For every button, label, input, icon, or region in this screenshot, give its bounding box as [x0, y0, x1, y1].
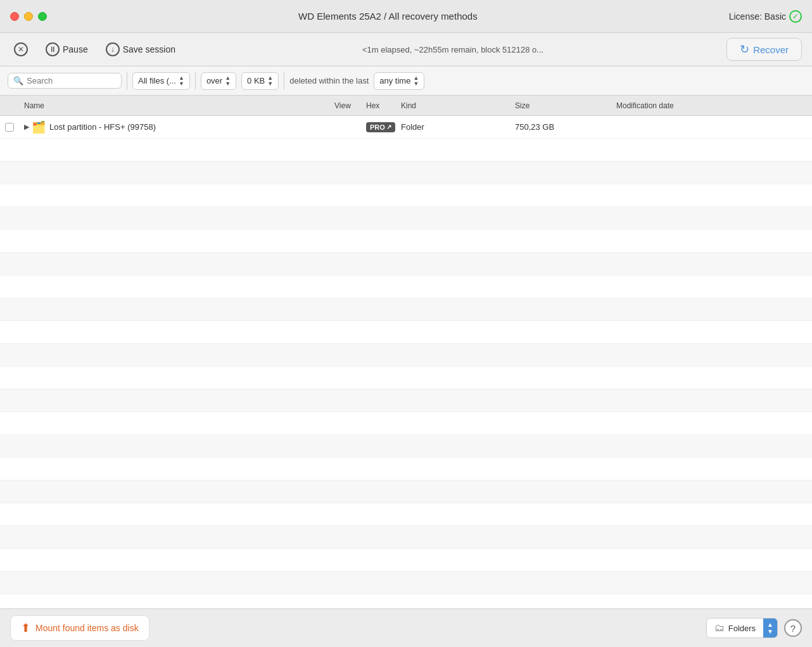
empty-row: [0, 412, 812, 435]
help-icon: ?: [790, 623, 796, 634]
recover-icon: ↻: [740, 42, 749, 56]
all-files-filter[interactable]: All files (... ▲▼: [132, 72, 190, 90]
all-files-chevron-icon: ▲▼: [179, 75, 184, 87]
folders-folder-icon: 🗂: [714, 622, 725, 634]
window-controls: [10, 12, 47, 21]
row-hex-cell[interactable]: PRO: [361, 120, 396, 135]
license-check-icon: ✓: [789, 10, 802, 23]
row-date-cell: [611, 125, 812, 130]
recover-button[interactable]: ↻ Recover: [726, 38, 802, 61]
empty-row: [0, 572, 812, 594]
empty-row: [0, 344, 812, 367]
empty-row: [0, 184, 812, 207]
folders-selector[interactable]: 🗂 Folders ▲ ▼: [706, 618, 778, 638]
row-size-cell: 750,23 GB: [510, 120, 611, 134]
size-value: 0 KB: [247, 76, 265, 85]
empty-row: [0, 503, 812, 526]
empty-row: [0, 549, 812, 572]
pause-button[interactable]: ⏸ Pause: [42, 40, 92, 59]
mount-icon: ⬆: [21, 621, 30, 635]
col-size: Size: [510, 98, 611, 113]
time-filter[interactable]: any time ▲▼: [374, 72, 424, 90]
folder-icon: 🗂️: [32, 120, 46, 134]
bottom-right: 🗂 Folders ▲ ▼ ?: [706, 618, 802, 638]
empty-row: [0, 275, 812, 298]
empty-row: [0, 298, 812, 321]
all-files-label: All files (...: [138, 76, 176, 85]
search-input[interactable]: [27, 76, 116, 85]
row-checkbox[interactable]: [5, 123, 14, 132]
filter-bar: 🔍 All files (... ▲▼ over ▲▼ 0 KB ▲▼ dele…: [0, 66, 812, 96]
empty-row: [0, 207, 812, 230]
empty-rows: [0, 139, 812, 594]
folders-label: Folders: [728, 624, 756, 633]
license-badge: License: Basic ✓: [729, 10, 802, 23]
divider-3: [284, 72, 284, 90]
window-title: WD Elements 25A2 / All recovery methods: [47, 11, 729, 22]
folders-arrows-icon[interactable]: ▲ ▼: [763, 619, 777, 638]
status-text: <1m elapsed, ~22h55m remain, block 51212…: [189, 45, 716, 54]
size-chevron-icon: ▲▼: [267, 75, 273, 87]
deleted-label: deleted within the last: [289, 76, 369, 85]
title-bar: WD Elements 25A2 / All recovery methods …: [0, 0, 812, 33]
col-view: View: [329, 98, 361, 113]
recover-label: Recover: [753, 44, 789, 55]
row-name-cell: ▶ 🗂️ Lost partition - HFS+ (99758): [19, 118, 329, 137]
empty-row: [0, 321, 812, 344]
time-chevron-icon: ▲▼: [413, 75, 419, 87]
pause-label: Pause: [63, 44, 88, 54]
divider-2: [195, 72, 196, 90]
pro-badge[interactable]: PRO: [366, 122, 395, 132]
over-filter[interactable]: over ▲▼: [201, 72, 236, 90]
col-kind: Kind: [396, 98, 510, 113]
empty-row: [0, 253, 812, 275]
help-button[interactable]: ?: [784, 619, 802, 637]
any-time-label: any time: [379, 76, 410, 85]
over-chevron-icon: ▲▼: [225, 75, 231, 87]
row-name: Lost partition - HFS+ (99758): [49, 122, 156, 132]
table-body: ▶ 🗂️ Lost partition - HFS+ (99758) PRO F…: [0, 116, 812, 608]
cancel-button[interactable]: ✕: [10, 40, 32, 59]
search-box[interactable]: 🔍: [8, 73, 122, 89]
pause-icon: ⏸: [46, 42, 60, 56]
cancel-icon: ✕: [14, 42, 28, 56]
col-name: Name: [19, 98, 329, 113]
maximize-button[interactable]: [38, 12, 47, 21]
empty-row: [0, 230, 812, 253]
license-label: License: Basic: [729, 11, 786, 22]
row-checkbox-cell[interactable]: [0, 120, 19, 134]
search-icon: 🔍: [13, 76, 23, 85]
save-icon: ↓: [106, 42, 120, 56]
empty-row: [0, 139, 812, 161]
empty-row: [0, 435, 812, 458]
save-label: Save session: [123, 44, 175, 54]
over-label: over: [206, 76, 222, 85]
mount-label: Mount found items as disk: [35, 623, 139, 633]
toolbar: ✕ ⏸ Pause ↓ Save session <1m elapsed, ~2…: [0, 33, 812, 66]
expand-arrow-icon[interactable]: ▶: [24, 123, 29, 131]
close-button[interactable]: [10, 12, 19, 21]
size-filter[interactable]: 0 KB ▲▼: [241, 72, 279, 90]
mount-disk-button[interactable]: ⬆ Mount found items as disk: [10, 615, 149, 641]
row-view-cell: [329, 125, 361, 130]
col-mod-date: Modification date: [611, 98, 812, 113]
divider-1: [127, 72, 127, 90]
empty-row: [0, 458, 812, 481]
empty-row: [0, 389, 812, 412]
minimize-button[interactable]: [24, 12, 33, 21]
col-checkbox: [0, 98, 19, 113]
col-hex: Hex: [361, 98, 396, 113]
empty-row: [0, 526, 812, 549]
empty-row: [0, 481, 812, 503]
table-row[interactable]: ▶ 🗂️ Lost partition - HFS+ (99758) PRO F…: [0, 116, 812, 139]
folders-label-area: 🗂 Folders: [707, 622, 763, 634]
empty-row: [0, 367, 812, 389]
bottom-bar: ⬆ Mount found items as disk 🗂 Folders ▲ …: [0, 608, 812, 647]
save-session-button[interactable]: ↓ Save session: [102, 40, 179, 59]
column-headers: Name View Hex Kind Size Modification dat…: [0, 96, 812, 116]
empty-row: [0, 161, 812, 184]
row-kind-cell: Folder: [396, 120, 510, 134]
